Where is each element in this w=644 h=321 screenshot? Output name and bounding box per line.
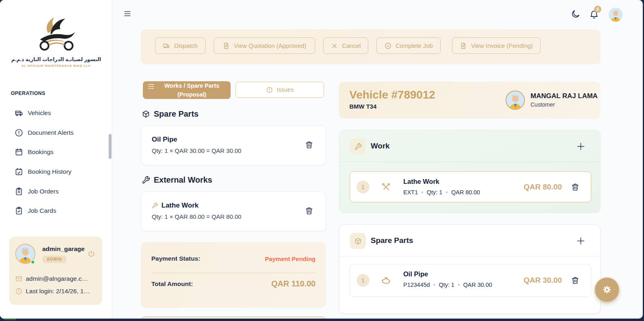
logout-power-icon[interactable] xyxy=(87,250,95,258)
spare-part-item-qty: Qty: 1 xyxy=(439,282,454,288)
spare-parts-section-header: Spare Parts xyxy=(339,225,600,257)
sidebar-user-card: admin_garage ADMIN admin@alngarage.c… La… xyxy=(9,237,102,305)
sidebar-item-vehicles[interactable]: Vehicles xyxy=(0,106,112,120)
clipboard-check-icon xyxy=(14,206,23,215)
package-icon-badge xyxy=(350,233,366,249)
tab-works-spare-parts-proposal[interactable]: Works / Spare Parts (Proposal) xyxy=(143,81,231,99)
wrench-icon xyxy=(354,143,362,150)
dot-separator xyxy=(458,284,460,286)
part-name: Oil Pipe xyxy=(152,136,177,144)
view-invoice-button[interactable]: View Invoice (Pending) xyxy=(452,37,541,54)
sidebar-item-booking-history[interactable]: Booking History xyxy=(0,165,112,179)
divider xyxy=(151,273,316,273)
add-work-plus-icon[interactable] xyxy=(576,142,586,151)
row-index-badge: 1 xyxy=(357,274,369,287)
trash-icon[interactable] xyxy=(571,276,580,285)
user-last-login: Last login: 2/14/26, 1… xyxy=(26,288,90,295)
alert-circle-icon xyxy=(14,128,23,137)
work-item-row: 1 Lathe Work EXT1 Qty: 1 QAR 80.00 QAR 8… xyxy=(350,171,591,202)
trash-icon[interactable] xyxy=(305,140,314,149)
work-section-header: Work xyxy=(339,130,600,162)
spare-parts-section-title: Spare Parts xyxy=(371,236,413,245)
work-section-panel: Work 1 Lathe Work EXT1 Qty: 1 QAR 80.00 … xyxy=(339,130,601,213)
motorcycle-wings-logo-icon xyxy=(33,16,80,53)
work-section-title: Work xyxy=(371,142,390,150)
clipped-bottom-panel xyxy=(141,317,326,319)
complete-job-button[interactable]: Complete Job xyxy=(376,37,441,54)
add-spare-part-plus-icon[interactable] xyxy=(576,236,586,246)
sidebar-scrollbar[interactable] xyxy=(109,134,111,159)
view-quotation-button[interactable]: View Quotation (Approved) xyxy=(214,37,315,54)
spare-part-item-row: 1 Oil Pipe P123445d Qty: 1 QAR 30.00 QAR… xyxy=(350,264,591,297)
hamburger-menu-icon[interactable] xyxy=(123,10,132,17)
sidebar-item-label: Job Orders xyxy=(28,188,59,195)
work-item-unit-price: QAR 80.00 xyxy=(451,189,480,195)
sidebar: النسور لصيانـة الدراجات النارية ذ.م.م AL… xyxy=(0,0,112,319)
row-index-badge: 1 xyxy=(357,181,369,193)
gear-icon xyxy=(602,284,612,295)
sidebar-item-job-cards[interactable]: Job Cards xyxy=(0,204,112,218)
truck-icon xyxy=(163,42,170,49)
sidebar-item-document-alerts[interactable]: Document Alerts xyxy=(0,126,112,140)
package-icon xyxy=(142,110,150,118)
dot-separator xyxy=(433,284,435,286)
wrench-icon-badge xyxy=(350,138,366,154)
role-badge: ADMIN xyxy=(42,255,66,263)
van-icon xyxy=(14,109,23,117)
dispatch-button[interactable]: Dispatch xyxy=(155,37,206,54)
brand-name-english: AL NOSOUR MAINTENANCE BIKE LLC xyxy=(0,64,112,68)
profile-avatar[interactable] xyxy=(609,8,623,22)
online-status-dot xyxy=(31,260,35,264)
sidebar-item-job-orders[interactable]: Job Orders xyxy=(0,185,112,198)
work-qty-detail: Qty: 1 × QAR 80.00 = QAR 80.00 xyxy=(152,213,242,220)
payment-summary-panel: Payment Status: Payment Pending Total Am… xyxy=(141,242,326,308)
work-item-code: EXT1 xyxy=(403,189,418,195)
cancel-button[interactable]: Cancel xyxy=(323,37,368,54)
crossed-tools-icon xyxy=(381,182,391,192)
dark-mode-moon-icon[interactable] xyxy=(571,9,580,19)
calendar-icon xyxy=(14,148,23,156)
mail-icon xyxy=(15,275,23,282)
sidebar-section-label: OPERATIONS xyxy=(11,91,45,96)
total-amount-label: Total Amount: xyxy=(151,280,193,288)
user-email-row: admin@alngarage.c… xyxy=(15,275,88,282)
sidebar-item-label: Document Alerts xyxy=(28,129,74,136)
job-action-bar: Dispatch View Quotation (Approved) Cance… xyxy=(141,29,601,64)
payment-status-row: Payment Status: Payment Pending xyxy=(151,255,316,262)
vehicle-title: Vehicle #789012 xyxy=(349,88,435,101)
payment-status-value: Payment Pending xyxy=(265,255,316,262)
x-icon xyxy=(331,42,338,49)
trash-icon[interactable] xyxy=(571,183,580,191)
sidebar-item-bookings[interactable]: Bookings xyxy=(0,145,112,159)
user-last-login-row: Last login: 2/14/26, 1… xyxy=(15,288,90,295)
trash-icon[interactable] xyxy=(305,206,314,215)
alert-circle-icon xyxy=(266,86,273,93)
brand-name-arabic: النسور لصيانـة الدراجات النارية ذ.م.م xyxy=(0,56,112,62)
package-icon xyxy=(354,237,362,245)
spare-parts-section-panel: Spare Parts 1 Oil Pipe P123445d Qty: 1 Q… xyxy=(339,224,601,314)
proposal-spare-part-card: Oil Pipe Qty: 1 × QAR 30.00 = QAR 30.00 xyxy=(141,126,326,165)
brand-logo-block: النسور لصيانـة الدراجات النارية ذ.م.م AL… xyxy=(0,16,112,68)
vehicle-header-card: Vehicle #789012 BMW T34 MANGAL RAJ LAMA … xyxy=(339,82,601,119)
customer-name: MANGAL RAJ LAMA xyxy=(530,92,598,100)
spare-part-item-code: P123445d xyxy=(403,282,430,288)
vehicle-model: BMW T34 xyxy=(349,103,377,110)
user-email: admin@alngarage.c… xyxy=(26,275,88,282)
customer-avatar xyxy=(506,91,525,110)
wrench-icon xyxy=(152,202,158,209)
payment-status-label: Payment Status: xyxy=(151,255,200,262)
clipboard-list-icon xyxy=(14,187,23,196)
work-item-name: Lathe Work xyxy=(403,178,440,185)
sidebar-item-label: Bookings xyxy=(28,148,54,156)
spare-part-item-detail: P123445d Qty: 1 QAR 30.00 xyxy=(403,282,492,288)
proposal-external-work-card: Lathe Work Qty: 1 × QAR 80.00 = QAR 80.0… xyxy=(141,191,326,231)
total-amount-value: QAR 110.00 xyxy=(271,279,316,288)
settings-fab-button[interactable] xyxy=(595,278,619,302)
work-item-detail: EXT1 Qty: 1 QAR 80.00 xyxy=(403,189,480,195)
work-name: Lathe Work xyxy=(152,202,198,210)
sidebar-item-label: Job Cards xyxy=(28,207,56,214)
work-item-qty: Qty: 1 xyxy=(427,189,442,195)
spare-part-item-unit-price: QAR 30.00 xyxy=(463,282,492,288)
sidebar-item-label: Vehicles xyxy=(28,109,51,117)
tab-issues[interactable]: Issues xyxy=(235,82,324,98)
